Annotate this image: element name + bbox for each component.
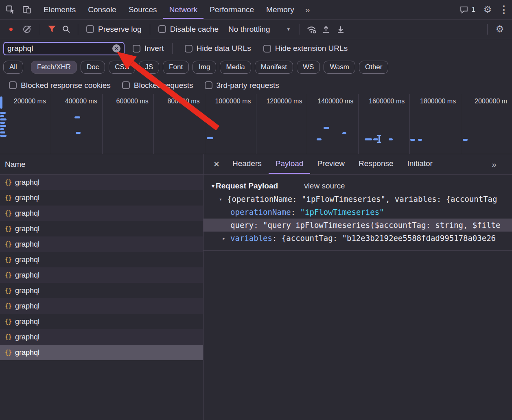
payload-row-operation-name[interactable]: operationName: "ipFlowTimeseries" [203,206,512,219]
blocked-cookies-toggle[interactable]: Blocked response cookies [9,81,111,90]
request-row[interactable]: {}graphql [0,190,203,206]
pill-js[interactable]: JS [139,61,159,74]
third-party-toggle[interactable]: 3rd-party requests [205,81,279,90]
pill-all[interactable]: All [3,61,23,74]
fetch-xhr-icon: {} [5,210,11,217]
pill-ws[interactable]: WS [297,61,320,74]
blocked-requests-toggle[interactable]: Blocked requests [122,81,193,90]
waterfall-mark [373,138,378,140]
request-row[interactable]: {}graphql [0,252,203,267]
preserve-log-checkbox[interactable] [86,25,94,33]
request-row[interactable]: {}graphql [0,283,203,298]
settings-gear-icon[interactable]: ⚙ [479,0,496,19]
close-details-icon[interactable]: ✕ [208,154,225,174]
tab-network[interactable]: Network [163,0,204,19]
invert-checkbox[interactable] [133,45,140,52]
filter-input-box[interactable]: ✕ [3,42,125,55]
section-expanded-icon[interactable]: ▾ [212,183,214,189]
throttling-select[interactable]: No throttling ▾ [228,25,290,34]
timeline-handle[interactable] [0,96,2,109]
request-row[interactable]: {}graphql [0,298,203,314]
timeline-column: 800000 ms [153,94,205,154]
hide-data-urls-toggle[interactable]: Hide data URLs [185,44,251,53]
tab-payload[interactable]: Payload [269,154,311,174]
waterfall-overview[interactable]: 200000 ms 400000 ms 600000 ms 800000 ms … [0,94,512,154]
request-row[interactable]: {}graphql [0,175,203,190]
request-payload-section[interactable]: ▾ Request Payload view source [203,179,512,192]
pill-fetch-xhr[interactable]: Fetch/XHR [31,61,77,74]
expanded-triangle-icon[interactable]: ▾ [219,196,227,202]
device-toolbar-icon[interactable] [19,0,35,19]
tab-performance[interactable]: Performance [203,0,260,19]
dropdown-caret-icon: ▾ [287,26,290,32]
fetch-xhr-icon: {} [5,241,11,248]
invert-filter-toggle[interactable]: Invert [133,44,164,53]
pill-doc[interactable]: Doc [81,61,105,74]
more-detail-tabs-icon[interactable]: » [487,154,501,174]
timeline-column: 600000 ms [102,94,153,154]
hide-extension-urls-toggle[interactable]: Hide extension URLs [263,44,348,53]
request-row-selected[interactable]: {}graphql [0,345,203,360]
pill-wasm[interactable]: Wasm [324,61,355,74]
tab-response[interactable]: Response [352,154,400,174]
third-party-checkbox[interactable] [205,81,212,89]
request-row[interactable]: {}graphql [0,314,203,329]
request-row[interactable]: {}graphql [0,329,203,345]
devtools-tabbar: Elements Console Sources Network Perform… [0,0,512,20]
payload-summary-row[interactable]: ▾ {operationName: "ipFlowTimeseries", va… [203,192,512,206]
more-panels-icon[interactable]: » [300,0,315,19]
name-column-header[interactable]: Name [0,154,203,175]
waterfall-mark [0,131,5,133]
payload-row-variables[interactable]: ▸ variables: {accountTag: "b12e3b2192ee5… [203,232,512,245]
network-conditions-icon[interactable] [304,22,319,36]
pill-font[interactable]: Font [163,61,189,74]
pill-other[interactable]: Other [359,61,389,74]
disable-cache-toggle[interactable]: Disable cache [158,25,219,34]
tab-initiator[interactable]: Initiator [400,154,440,174]
pill-img[interactable]: Img [193,61,216,74]
pill-media[interactable]: Media [220,61,251,74]
waterfall-mark [0,125,6,127]
request-row[interactable]: {}graphql [0,221,203,236]
pill-manifest[interactable]: Manifest [255,61,293,74]
inspect-element-icon[interactable] [2,0,19,19]
tab-sources[interactable]: Sources [123,0,163,19]
issues-count: 1 [472,6,475,14]
filter-input[interactable] [7,44,109,53]
tab-memory[interactable]: Memory [260,0,300,19]
timeline-column: 2000000 m [461,94,512,154]
request-row[interactable]: {}graphql [0,236,203,252]
network-main-area: Name {}graphql {}graphql {}graphql {}gra… [0,154,512,420]
disable-cache-checkbox[interactable] [158,25,166,33]
import-har-icon[interactable] [319,22,333,36]
request-name: graphql [15,287,39,295]
blocked-cookies-checkbox[interactable] [9,81,17,89]
issues-button[interactable]: 1 [455,0,479,19]
clear-network-log-button[interactable] [23,26,31,33]
clear-filter-icon[interactable]: ✕ [112,44,120,52]
payload-row-query-selected[interactable]: query: "query ipFlowTimeseries($accountT… [203,219,512,232]
search-icon[interactable] [59,22,74,36]
hide-extension-urls-checkbox[interactable] [263,45,271,52]
tab-headers[interactable]: Headers [225,154,269,174]
kebab-menu-icon[interactable]: ⋮ [496,0,512,19]
blocked-requests-checkbox[interactable] [122,81,130,89]
preserve-log-toggle[interactable]: Preserve log [86,25,142,34]
timeline-label: 2000000 m [461,98,512,105]
timeline-column: 400000 ms [51,94,102,154]
request-row[interactable]: {}graphql [0,267,203,283]
filter-funnel-icon[interactable] [44,22,59,36]
tab-preview[interactable]: Preview [310,154,352,174]
request-name: graphql [15,348,39,357]
export-har-icon[interactable] [333,22,348,36]
pill-css[interactable]: CSS [109,61,135,74]
network-settings-gear-icon[interactable]: ⚙ [492,24,508,34]
view-source-link[interactable]: view source [304,182,345,190]
record-network-log-button[interactable] [9,28,13,31]
request-details-pane: ✕ Headers Payload Preview Response Initi… [203,154,512,420]
tab-elements[interactable]: Elements [37,0,82,19]
tab-console[interactable]: Console [82,0,123,19]
collapsed-triangle-icon[interactable]: ▸ [222,235,230,241]
request-row[interactable]: {}graphql [0,206,203,221]
hide-data-urls-checkbox[interactable] [185,45,193,52]
